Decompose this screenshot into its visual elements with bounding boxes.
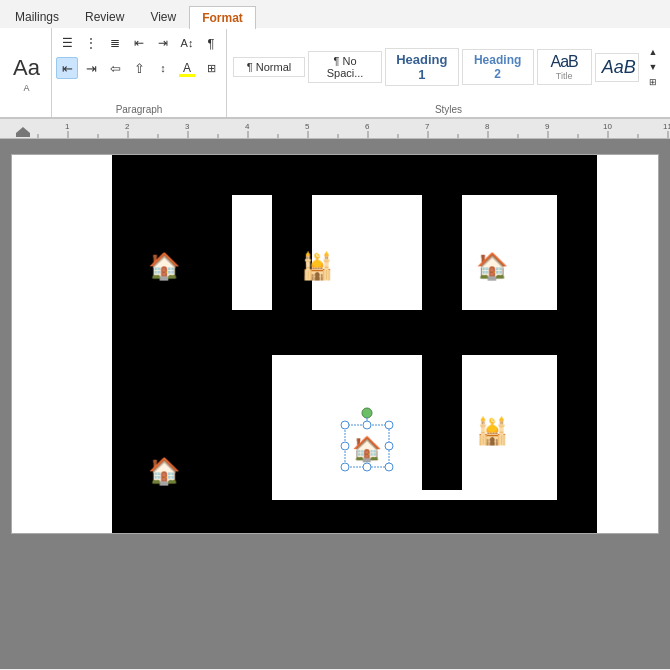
- multilevel-list-button[interactable]: ≣: [104, 32, 126, 54]
- styles-label: Styles: [231, 104, 666, 117]
- svg-point-64: [341, 463, 349, 471]
- styles-more[interactable]: ⊞: [642, 75, 664, 89]
- svg-rect-46: [422, 355, 462, 490]
- svg-text:3: 3: [185, 122, 190, 131]
- svg-rect-2: [16, 133, 30, 137]
- svg-text:🕌: 🕌: [476, 415, 509, 447]
- line-spacing-button[interactable]: ↕: [152, 57, 174, 79]
- paragraph-group: ☰ ⋮ ≣ ⇤ ⇥ A↕ ¶ ⇤ ⇥ ⇦ ⇧: [52, 28, 227, 117]
- style-heading1[interactable]: Heading 1: [385, 48, 459, 86]
- svg-text:6: 6: [365, 122, 370, 131]
- svg-point-62: [341, 442, 349, 450]
- svg-text:1: 1: [65, 122, 70, 131]
- svg-rect-40: [272, 155, 312, 310]
- svg-text:7: 7: [425, 122, 430, 131]
- style-normal[interactable]: ¶ Normal: [233, 57, 305, 77]
- tab-mailings[interactable]: Mailings: [2, 5, 72, 28]
- font-group: Aa A: [2, 28, 52, 117]
- tab-view[interactable]: View: [137, 5, 189, 28]
- align-center-button[interactable]: ⇥: [80, 57, 102, 79]
- svg-text:5: 5: [305, 122, 310, 131]
- svg-text:2: 2: [125, 122, 130, 131]
- svg-text:9: 9: [545, 122, 550, 131]
- svg-rect-0: [8, 119, 670, 139]
- svg-text:11: 11: [663, 122, 670, 131]
- align-right-button[interactable]: ⇦: [104, 57, 126, 79]
- svg-point-65: [363, 463, 371, 471]
- svg-rect-45: [232, 355, 272, 505]
- ribbon-content: Aa A ☰ ⋮ ≣ ⇤ ⇥ A↕ ¶: [0, 28, 670, 118]
- page: 🏠 🏠 🕌 🏠 🕌 🏠: [11, 154, 659, 534]
- svg-point-66: [385, 463, 393, 471]
- svg-text:🏠: 🏠: [476, 250, 509, 282]
- style-no-spacing[interactable]: ¶ No Spaci...: [308, 51, 382, 83]
- svg-point-59: [341, 421, 349, 429]
- svg-text:4: 4: [245, 122, 250, 131]
- svg-point-63: [385, 442, 393, 450]
- tab-bar: Mailings Review View Format: [0, 0, 670, 28]
- svg-point-61: [385, 421, 393, 429]
- style-title[interactable]: AaB Title: [537, 49, 592, 85]
- styles-scroll-down[interactable]: ▼: [642, 60, 664, 74]
- increase-indent-button[interactable]: ⇥: [152, 32, 174, 54]
- tab-format[interactable]: Format: [189, 6, 256, 29]
- svg-text:🏠: 🏠: [148, 250, 181, 282]
- sort-button[interactable]: A↕: [176, 32, 198, 54]
- ribbon: Mailings Review View Format Aa A ☰ ⋮ ≣: [0, 0, 670, 119]
- styles-scroll-up[interactable]: ▲: [642, 45, 664, 59]
- svg-point-60: [363, 421, 371, 429]
- svg-point-55: [362, 408, 372, 418]
- svg-text:🏠: 🏠: [352, 434, 382, 463]
- svg-text:10: 10: [603, 122, 612, 131]
- svg-rect-43: [112, 310, 562, 355]
- font-icon: Aa: [13, 55, 40, 81]
- ruler-svg: 1 2 3 4 5 6 7 8 9 10: [8, 119, 670, 139]
- svg-rect-48: [422, 500, 597, 534]
- shading-button[interactable]: A: [176, 57, 198, 79]
- numbered-list-button[interactable]: ⋮: [80, 32, 102, 54]
- svg-rect-42: [557, 155, 597, 534]
- bullets-button[interactable]: ☰: [56, 32, 78, 54]
- svg-rect-41: [422, 155, 462, 310]
- document-area: 🏠 🏠 🕌 🏠 🕌 🏠: [0, 139, 670, 669]
- map-svg: 🏠 🏠 🕌 🏠 🕌 🏠: [12, 155, 659, 534]
- borders-button[interactable]: ⊞: [200, 57, 222, 79]
- style-extra[interactable]: AaB: [595, 53, 639, 82]
- svg-rect-49: [392, 500, 432, 534]
- tab-review[interactable]: Review: [72, 5, 137, 28]
- style-heading2[interactable]: Heading 2: [462, 49, 534, 85]
- align-left-button[interactable]: ⇤: [56, 57, 78, 79]
- paragraph-label: Paragraph: [56, 104, 222, 117]
- ruler: 1 2 3 4 5 6 7 8 9 10: [0, 119, 670, 139]
- show-formatting-button[interactable]: ¶: [200, 32, 222, 54]
- svg-text:8: 8: [485, 122, 490, 131]
- decrease-indent-button[interactable]: ⇤: [128, 32, 150, 54]
- styles-group: ¶ Normal ¶ No Spaci... Heading 1 Heading…: [227, 28, 670, 117]
- svg-text:🏠: 🏠: [148, 455, 181, 487]
- justify-button[interactable]: ⇧: [128, 57, 150, 79]
- svg-text:🕌: 🕌: [301, 250, 334, 282]
- svg-rect-47: [112, 500, 432, 534]
